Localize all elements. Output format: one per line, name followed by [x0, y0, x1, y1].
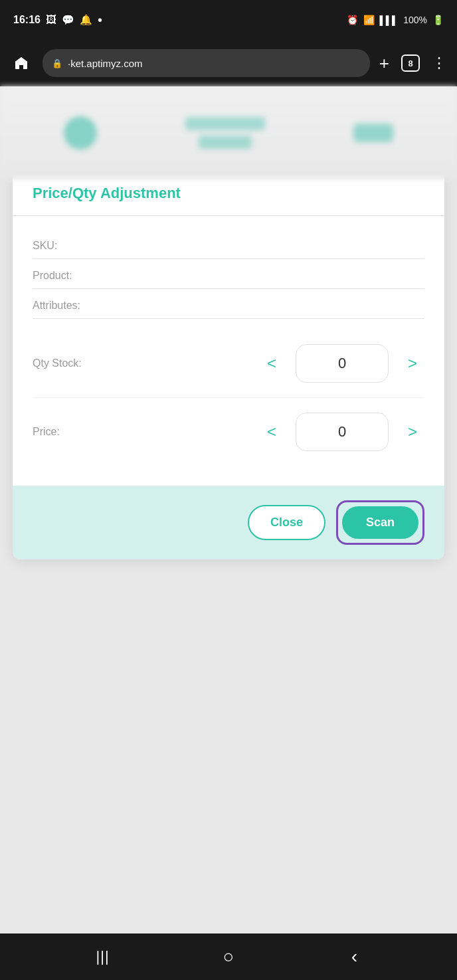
attributes-field-row: Attributes:	[33, 289, 424, 319]
status-dot: •	[98, 13, 102, 28]
lock-icon: 🔒	[52, 58, 62, 68]
url-bar[interactable]: 🔒 ·ket.aptimyz.com	[43, 49, 370, 77]
recent-apps-icon: |||	[96, 948, 110, 965]
blurred-header	[0, 86, 457, 179]
browser-bar: 🔒 ·ket.aptimyz.com + 8 ⋮	[0, 40, 457, 86]
modal-card: Price/Qty Adjustment SKU: Product: Attri…	[13, 166, 444, 559]
blurred-badge	[353, 124, 393, 142]
alarm-icon: ⏰	[347, 15, 358, 25]
qty-stock-row: Qty Stock: < >	[33, 330, 424, 397]
qty-stock-increase-button[interactable]: >	[401, 351, 424, 375]
nav-back-button[interactable]: ‹	[337, 940, 371, 973]
nav-bar: ||| ○ ‹	[0, 933, 457, 980]
status-bar: 16:16 🖼 💬 🔔 • ⏰ 📶 ▌▌▌ 100% 🔋	[0, 0, 457, 40]
tab-count[interactable]: 8	[401, 54, 420, 72]
battery-percent: 100%	[403, 15, 427, 25]
browser-actions: + 8 ⋮	[379, 53, 448, 74]
scan-highlight: Scan	[336, 500, 424, 545]
page-content: Price/Qty Adjustment SKU: Product: Attri…	[0, 86, 457, 933]
blurred-icon-1	[64, 116, 97, 149]
signal-icon: ▌▌▌	[380, 15, 399, 25]
status-right: ⏰ 📶 ▌▌▌ 100% 🔋	[347, 15, 444, 25]
qty-stock-input[interactable]	[296, 344, 389, 383]
product-label: Product:	[33, 259, 424, 288]
back-icon: ‹	[351, 946, 357, 967]
price-label: Price:	[33, 426, 152, 438]
status-icon-photo: 🖼	[46, 14, 56, 26]
qty-stock-stepper: < >	[260, 344, 424, 383]
blurred-text-2	[199, 136, 252, 149]
nav-home-button[interactable]: ○	[212, 940, 245, 973]
close-button[interactable]: Close	[248, 505, 325, 540]
add-tab-icon[interactable]: +	[379, 53, 389, 74]
price-decrease-button[interactable]: <	[260, 420, 284, 444]
attributes-label: Attributes:	[33, 289, 424, 318]
modal-body: SKU: Product: Attributes: Qty Stock: <	[13, 216, 444, 486]
menu-icon[interactable]: ⋮	[432, 54, 448, 72]
status-time: 16:16	[13, 14, 41, 26]
price-stepper: < >	[260, 413, 424, 451]
price-row: Price: < >	[33, 398, 424, 466]
price-increase-button[interactable]: >	[401, 420, 424, 444]
modal-footer: Close Scan	[13, 486, 444, 559]
status-icon-msg: 💬	[62, 14, 74, 26]
wifi-icon: 📶	[363, 15, 375, 25]
home-nav-icon: ○	[223, 946, 234, 967]
modal-title: Price/Qty Adjustment	[33, 185, 424, 202]
url-text: ·ket.aptimyz.com	[68, 58, 143, 69]
qty-stock-decrease-button[interactable]: <	[260, 351, 284, 375]
blurred-text-1	[185, 117, 265, 130]
sku-label: SKU:	[33, 229, 424, 258]
price-input[interactable]	[296, 413, 389, 451]
status-left: 16:16 🖼 💬 🔔 •	[13, 13, 102, 28]
product-field-row: Product:	[33, 259, 424, 289]
nav-recent-button[interactable]: |||	[86, 940, 120, 973]
status-icon-notif: 🔔	[80, 14, 92, 26]
qty-stock-label: Qty Stock:	[33, 357, 152, 369]
sku-field-row: SKU:	[33, 229, 424, 259]
battery-icon: 🔋	[432, 15, 444, 25]
home-button[interactable]	[9, 51, 33, 75]
scan-button[interactable]: Scan	[342, 506, 418, 539]
